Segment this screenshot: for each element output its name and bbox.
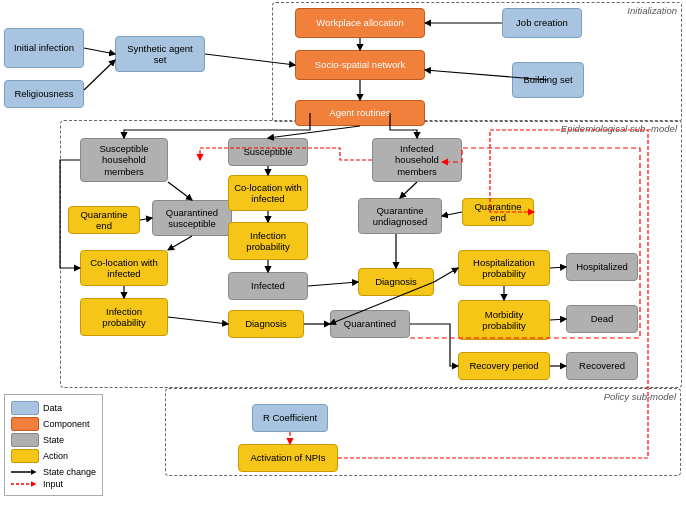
legend-action-label: Action <box>43 451 68 461</box>
agent-routines-box: Agent routines <box>295 100 425 126</box>
legend-component-box <box>11 417 39 431</box>
legend-action-box <box>11 449 39 463</box>
epidemiological-label: Epidemiological sub -model <box>561 123 677 134</box>
diagram: Initialization Epidemiological sub -mode… <box>0 0 686 512</box>
quarantine-end1-box: Quarantine end <box>68 206 140 234</box>
quarantined-box: Quarantined <box>330 310 410 338</box>
job-creation-box: Job creation <box>502 8 582 38</box>
legend-state-box <box>11 433 39 447</box>
dead-box: Dead <box>566 305 638 333</box>
religiousness-box: Religiousness <box>4 80 84 108</box>
hospitalized-box: Hospitalized <box>566 253 638 281</box>
workplace-allocation-box: Workplace allocation <box>295 8 425 38</box>
legend-data-label: Data <box>43 403 62 413</box>
state-change-label: State change <box>43 467 96 477</box>
svg-line-2 <box>84 48 115 54</box>
socio-spatial-box: Socio-spatial network <box>295 50 425 80</box>
synthetic-agent-box: Synthetic agent set <box>115 36 205 72</box>
svg-line-3 <box>84 60 115 90</box>
hospitalization-prob-box: Hospitalization probability <box>458 250 550 286</box>
colocation2-box: Co-location with infected <box>80 250 168 286</box>
diagnosis1-box: Diagnosis <box>358 268 434 296</box>
input-label: Input <box>43 479 63 489</box>
recovery-period-box: Recovery period <box>458 352 550 380</box>
infection-prob1-box: Infection probability <box>228 222 308 260</box>
state-change-arrow-icon <box>11 467 39 477</box>
legend-state-label: State <box>43 435 64 445</box>
diagnosis2-box: Diagnosis <box>228 310 304 338</box>
legend: Data Component State Action State change <box>4 394 103 496</box>
legend-data-box <box>11 401 39 415</box>
quarantined-susceptible-box: Quarantined susceptible <box>152 200 232 236</box>
legend-component-label: Component <box>43 419 90 429</box>
quarantine-end2-box: Quarantine end <box>462 198 534 226</box>
quarantine-undiagnosed-box: Quarantine undiagnosed <box>358 198 442 234</box>
initial-infection-box: Initial infection <box>4 28 84 68</box>
infection-prob2-box: Infection probability <box>80 298 168 336</box>
input-arrow-icon <box>11 479 39 489</box>
susceptible-box: Susceptible <box>228 138 308 166</box>
colocation1-box: Co-location with infected <box>228 175 308 211</box>
initialization-label: Initialization <box>627 5 677 16</box>
susceptible-hh-box: Susceptible household members <box>80 138 168 182</box>
r-coefficient-box: R Coefficient <box>252 404 328 432</box>
building-set-box: Building set <box>512 62 584 98</box>
infected-hh-box: Infected household members <box>372 138 462 182</box>
policy-label: Policy sub-model <box>604 391 676 402</box>
recovered-box: Recovered <box>566 352 638 380</box>
morbidity-prob-box: Morbidity probability <box>458 300 550 340</box>
infected-box: Infected <box>228 272 308 300</box>
activation-npis-box: Activation of NPIs <box>238 444 338 472</box>
